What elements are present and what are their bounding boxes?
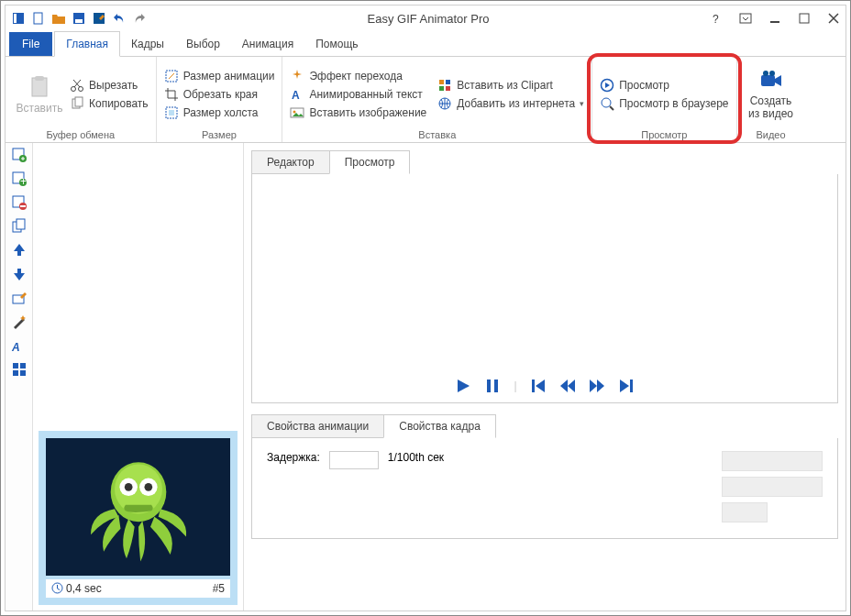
copy-button[interactable]: Копировать	[70, 96, 149, 111]
tool-duplicate-icon[interactable]	[11, 218, 28, 235]
open-icon[interactable]	[51, 11, 66, 26]
clipart-button[interactable]: Вставить из Clipart	[437, 78, 584, 93]
title-bar: Easy GIF Animator Pro ?	[6, 6, 845, 31]
svg-point-31	[769, 71, 775, 76]
frame-info-bar: 0,4 sec #5	[46, 579, 230, 598]
help-icon[interactable]: ?	[710, 12, 723, 25]
create-from-video-button[interactable]: Создать из видео	[745, 60, 798, 127]
internet-button[interactable]: Добавить из интернета ▾	[437, 96, 584, 111]
svg-rect-59	[532, 380, 535, 392]
tool-move-down-icon[interactable]	[11, 266, 28, 282]
play-icon[interactable]	[455, 378, 471, 394]
save-icon[interactable]	[72, 11, 86, 26]
tab-frames[interactable]: Кадры	[120, 32, 175, 56]
anim-text-button[interactable]: A Анимированный текст	[290, 87, 426, 102]
minimize-icon[interactable]	[768, 12, 781, 25]
paste-button[interactable]: Вставить	[13, 60, 66, 127]
prev-frame-icon[interactable]	[559, 378, 576, 394]
tab-preview[interactable]: Просмотр	[329, 150, 411, 174]
prop-button-2[interactable]	[722, 477, 823, 497]
delay-unit: 1/100th сек	[388, 451, 444, 464]
close-icon[interactable]	[827, 12, 840, 25]
redo-icon[interactable]	[132, 11, 147, 26]
tool-move-up-icon[interactable]	[11, 242, 28, 258]
svg-rect-48	[13, 370, 18, 376]
insert-image-button[interactable]: Вставить изображение	[290, 105, 426, 120]
frame-image	[46, 438, 230, 576]
transition-button[interactable]: Эффект перехода	[290, 69, 426, 83]
next-frame-icon[interactable]	[589, 378, 605, 394]
tool-insert-frame-icon[interactable]: +	[11, 170, 28, 187]
video-camera-icon	[758, 68, 784, 94]
ribbon: Вставить Вырезать Копировать Буфер обмен…	[6, 57, 845, 143]
svg-point-30	[763, 71, 768, 76]
transition-label: Эффект перехода	[309, 70, 402, 82]
tab-frame-props[interactable]: Свойства кадра	[383, 414, 496, 438]
clipart-icon	[437, 78, 452, 93]
svg-rect-4	[75, 19, 83, 23]
copy-icon	[70, 96, 84, 111]
delay-input[interactable]	[329, 451, 379, 469]
tab-help[interactable]: Помощь	[304, 32, 369, 56]
svg-rect-22	[439, 80, 444, 84]
clock-icon	[51, 582, 63, 594]
frame-duration-value: 0,4 sec	[66, 582, 102, 595]
svg-rect-11	[35, 76, 44, 81]
canvas-size-button[interactable]: Размер холста	[164, 105, 275, 120]
globe-icon	[437, 96, 452, 111]
tool-text-icon[interactable]: A	[11, 337, 28, 354]
tab-home[interactable]: Главная	[54, 31, 120, 57]
delay-label: Задержка:	[267, 451, 320, 464]
crop-button[interactable]: Обрезать края	[164, 87, 275, 102]
left-toolbar: + A	[6, 143, 33, 610]
tool-delete-frame-icon[interactable]	[11, 194, 28, 211]
ribbon-toggle-icon[interactable]	[739, 12, 752, 25]
svg-rect-58	[494, 380, 498, 392]
copy-label: Копировать	[89, 97, 149, 110]
sparkle-icon	[290, 69, 304, 83]
undo-icon[interactable]	[112, 11, 127, 26]
prop-button-3[interactable]	[722, 502, 768, 522]
group-clipboard-label: Буфер обмена	[13, 127, 149, 140]
svg-point-55	[144, 483, 152, 491]
create-video-label: Создать из видео	[745, 95, 798, 119]
tab-selection[interactable]: Выбор	[175, 32, 231, 56]
group-video-label: Видео	[745, 127, 798, 140]
last-frame-icon[interactable]	[618, 378, 635, 394]
svg-point-28	[602, 98, 611, 107]
preview-button[interactable]: Просмотр	[600, 78, 728, 93]
crop-icon	[164, 87, 179, 102]
pause-icon[interactable]	[484, 378, 501, 394]
tool-wand-icon[interactable]	[11, 314, 28, 330]
svg-rect-41	[17, 219, 25, 229]
anim-size-button[interactable]: Размер анимации	[164, 69, 275, 83]
tab-animation[interactable]: Анимация	[231, 32, 304, 56]
preview-canvas	[252, 174, 837, 369]
tab-anim-props[interactable]: Свойства анимации	[251, 414, 384, 438]
window-controls: ?	[710, 12, 840, 25]
new-icon[interactable]	[31, 11, 46, 26]
frame-number: #5	[213, 582, 225, 595]
svg-rect-8	[770, 21, 779, 23]
frame-thumbnail[interactable]: 0,4 sec #5	[39, 431, 238, 605]
tab-editor[interactable]: Редактор	[251, 150, 330, 174]
first-frame-icon[interactable]	[530, 378, 547, 394]
cut-button[interactable]: Вырезать	[70, 78, 149, 93]
frame-duration: 0,4 sec	[51, 582, 102, 595]
tool-add-frame-icon[interactable]	[11, 147, 28, 163]
clipart-label: Вставить из Clipart	[457, 79, 552, 92]
search-globe-icon	[600, 96, 614, 111]
prop-button-1[interactable]	[722, 451, 823, 471]
preview-panel: |	[251, 174, 838, 403]
tool-grid-icon[interactable]	[11, 361, 28, 378]
save-as-icon[interactable]	[92, 11, 106, 26]
maximize-icon[interactable]	[798, 12, 811, 25]
file-tab[interactable]: File	[9, 32, 52, 56]
canvas-size-label: Размер холста	[183, 106, 259, 119]
svg-point-13	[79, 86, 83, 91]
browser-preview-button[interactable]: Просмотр в браузере	[600, 96, 728, 111]
tool-edit-icon[interactable]	[11, 290, 28, 306]
octopus-icon	[79, 447, 198, 566]
group-size: Размер анимации Обрезать края Размер хол…	[157, 57, 283, 142]
svg-text:A: A	[292, 89, 300, 102]
